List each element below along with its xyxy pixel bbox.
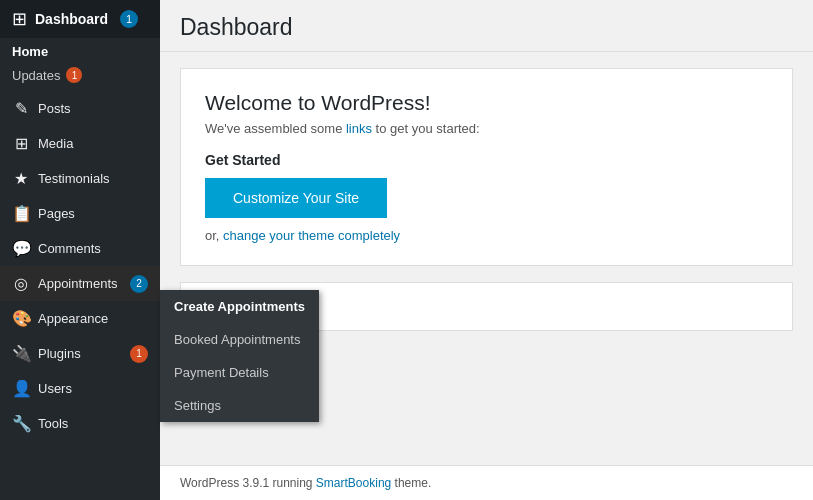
get-started-label: Get Started bbox=[205, 152, 768, 168]
tools-icon: 🔧 bbox=[12, 414, 30, 433]
sidebar-item-appearance[interactable]: 🎨Appearance bbox=[0, 301, 160, 336]
appointments-dropdown: Create AppointmentsBooked AppointmentsPa… bbox=[160, 290, 319, 422]
home-label[interactable]: Home bbox=[0, 38, 160, 65]
testimonials-icon: ★ bbox=[12, 169, 30, 188]
dropdown-item-booked-appointments[interactable]: Booked Appointments bbox=[160, 323, 319, 356]
dropdown-item-create-appointments[interactable]: Create Appointments bbox=[160, 290, 319, 323]
change-theme-link[interactable]: change your theme completely bbox=[223, 228, 400, 243]
sidebar-item-plugins[interactable]: 🔌Plugins1 bbox=[0, 336, 160, 371]
dashboard-title: Dashboard bbox=[35, 11, 108, 27]
menu-items-container: ✎Posts⊞Media★Testimonials📋Pages💬Comments… bbox=[0, 91, 160, 441]
plugins-icon: 🔌 bbox=[12, 344, 30, 363]
sidebar-item-label-comments: Comments bbox=[38, 241, 101, 256]
dropdown-item-payment-details[interactable]: Payment Details bbox=[160, 356, 319, 389]
wp-version-bar: WordPress 3.9.1 running SmartBooking the… bbox=[160, 465, 813, 500]
customize-site-button[interactable]: Customize Your Site bbox=[205, 178, 387, 218]
media-icon: ⊞ bbox=[12, 134, 30, 153]
theme-link[interactable]: SmartBooking bbox=[316, 476, 391, 490]
sidebar-item-media[interactable]: ⊞Media bbox=[0, 126, 160, 161]
welcome-title: Welcome to WordPress! bbox=[205, 91, 768, 115]
sidebar-item-posts[interactable]: ✎Posts bbox=[0, 91, 160, 126]
sidebar-item-testimonials[interactable]: ★Testimonials bbox=[0, 161, 160, 196]
page-header: Dashboard bbox=[160, 0, 813, 52]
updates-row[interactable]: Updates 1 bbox=[0, 65, 160, 91]
appointments-badge: 2 bbox=[130, 275, 148, 293]
content-area: Welcome to WordPress! We've assembled so… bbox=[160, 52, 813, 500]
or-text: or, bbox=[205, 228, 223, 243]
appearance-icon: 🎨 bbox=[12, 309, 30, 328]
sidebar: ⊞ Dashboard 1 Home Updates 1 ✎Posts⊞Medi… bbox=[0, 0, 160, 500]
sidebar-item-label-tools: Tools bbox=[38, 416, 68, 431]
dropdown-item-settings[interactable]: Settings bbox=[160, 389, 319, 422]
sidebar-item-comments[interactable]: 💬Comments bbox=[0, 231, 160, 266]
sidebar-item-label-users: Users bbox=[38, 381, 72, 396]
pages-icon: 📋 bbox=[12, 204, 30, 223]
comments-icon: 💬 bbox=[12, 239, 30, 258]
subtitle-link[interactable]: links bbox=[346, 121, 372, 136]
sidebar-item-appointments[interactable]: ◎Appointments2 bbox=[0, 266, 160, 301]
sidebar-item-label-media: Media bbox=[38, 136, 73, 151]
sidebar-item-pages[interactable]: 📋Pages bbox=[0, 196, 160, 231]
users-icon: 👤 bbox=[12, 379, 30, 398]
sidebar-item-users[interactable]: 👤Users bbox=[0, 371, 160, 406]
sidebar-item-label-plugins: Plugins bbox=[38, 346, 81, 361]
welcome-subtitle: We've assembled some links to get you st… bbox=[205, 121, 768, 136]
plugins-badge: 1 bbox=[130, 345, 148, 363]
sidebar-item-label-pages: Pages bbox=[38, 206, 75, 221]
wp-version-post: theme. bbox=[391, 476, 431, 490]
sidebar-item-tools[interactable]: 🔧Tools bbox=[0, 406, 160, 441]
dashboard-badge: 1 bbox=[120, 10, 138, 28]
welcome-box: Welcome to WordPress! We've assembled so… bbox=[180, 68, 793, 266]
page-title: Dashboard bbox=[180, 14, 793, 41]
sidebar-header[interactable]: ⊞ Dashboard 1 bbox=[0, 0, 160, 38]
updates-label: Updates bbox=[12, 68, 60, 83]
appointments-icon: ◎ bbox=[12, 274, 30, 293]
sidebar-item-label-appointments: Appointments bbox=[38, 276, 118, 291]
subtitle-pre: We've assembled some bbox=[205, 121, 346, 136]
sidebar-item-label-testimonials: Testimonials bbox=[38, 171, 110, 186]
updates-badge: 1 bbox=[66, 67, 82, 83]
main-content: Dashboard Welcome to WordPress! We've as… bbox=[160, 0, 813, 500]
wp-version-pre: WordPress 3.9.1 running bbox=[180, 476, 316, 490]
subtitle-post: to get you started: bbox=[372, 121, 480, 136]
sidebar-item-label-appearance: Appearance bbox=[38, 311, 108, 326]
dashboard-icon: ⊞ bbox=[12, 8, 27, 30]
sidebar-item-label-posts: Posts bbox=[38, 101, 71, 116]
posts-icon: ✎ bbox=[12, 99, 30, 118]
or-line: or, change your theme completely bbox=[205, 228, 768, 243]
